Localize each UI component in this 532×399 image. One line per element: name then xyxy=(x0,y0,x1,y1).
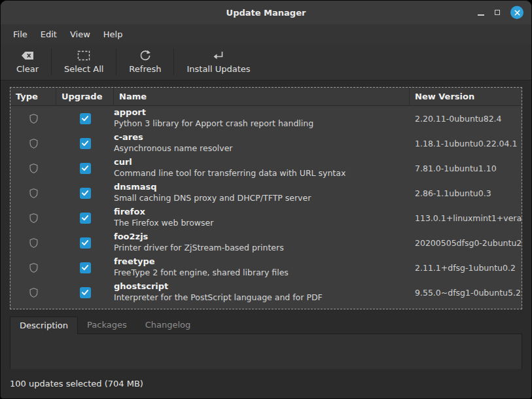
close-button[interactable] xyxy=(510,6,523,19)
table-row[interactable]: c-ares Asynchronous name resolver 1.18.1… xyxy=(10,131,522,156)
minimize-icon xyxy=(478,14,484,16)
titlebar[interactable]: Update Manager xyxy=(1,1,531,24)
update-manager-window: Update Manager File Edit View Help Clear xyxy=(0,0,532,399)
upgrade-cell xyxy=(56,163,114,174)
checkmark-icon xyxy=(81,239,89,247)
name-cell: firefox The Firefox web browser xyxy=(114,207,410,228)
table-row[interactable] xyxy=(10,305,522,309)
menu-file[interactable]: File xyxy=(7,27,33,42)
select-all-button[interactable]: Select All xyxy=(54,44,114,80)
shield-icon xyxy=(29,113,39,124)
checkmark-icon xyxy=(81,189,89,197)
updates-table: Type Upgrade Name New Version apport Pyt… xyxy=(10,87,522,309)
details-notebook: Description Packages Changelog xyxy=(10,316,522,369)
install-updates-label: Install Updates xyxy=(186,64,250,74)
package-name: curl xyxy=(114,157,410,168)
checkmark-icon xyxy=(81,264,89,271)
package-description: FreeType 2 font engine, shared library f… xyxy=(114,268,410,278)
package-description: The Firefox web browser xyxy=(114,218,410,228)
column-header-name[interactable]: Name xyxy=(114,88,410,105)
type-cell xyxy=(10,213,56,224)
table-header: Type Upgrade Name New Version xyxy=(10,88,522,106)
table-row[interactable]: foo2zjs Printer driver for ZjStream-base… xyxy=(10,230,522,255)
menu-view[interactable]: View xyxy=(64,27,96,42)
column-header-new-version[interactable]: New Version xyxy=(410,88,522,105)
upgrade-checkbox[interactable] xyxy=(80,213,91,224)
upgrade-checkbox[interactable] xyxy=(80,188,91,199)
column-header-type[interactable]: Type xyxy=(10,88,56,105)
upgrade-cell xyxy=(56,213,114,224)
name-cell: apport Python 3 library for Apport crash… xyxy=(114,107,410,129)
type-cell xyxy=(10,287,56,298)
package-description: Interpreter for the PostScript language … xyxy=(114,292,410,303)
package-version: 2.11.1+dfsg-1ubuntu0.2 xyxy=(410,263,522,273)
table-row[interactable]: freetype FreeType 2 font engine, shared … xyxy=(10,255,522,280)
type-cell xyxy=(10,138,56,149)
column-header-upgrade[interactable]: Upgrade xyxy=(56,88,114,105)
table-row[interactable]: firefox The Firefox web browser 113.0.1+… xyxy=(10,205,522,230)
shield-icon xyxy=(29,262,39,273)
package-version: 113.0.1+linuxmint1+vera xyxy=(410,213,522,223)
table-row[interactable]: curl Command line tool for transferring … xyxy=(10,156,522,181)
checkmark-icon xyxy=(81,164,89,172)
refresh-button[interactable]: Refresh xyxy=(118,44,171,80)
package-name: dnsmasq xyxy=(114,182,410,193)
close-icon xyxy=(514,10,520,16)
name-cell: foo2zjs Printer driver for ZjStream-base… xyxy=(114,232,410,253)
shield-icon xyxy=(29,138,39,149)
minimize-button[interactable] xyxy=(478,9,484,16)
package-name: c-ares xyxy=(114,132,410,143)
toolbar-separator xyxy=(116,48,116,75)
tab-description[interactable]: Description xyxy=(10,317,78,334)
upgrade-checkbox[interactable] xyxy=(80,163,91,174)
upgrade-cell xyxy=(56,113,114,124)
upgrade-checkbox[interactable] xyxy=(80,138,91,149)
upgrade-cell xyxy=(56,138,114,149)
package-description: Python 3 library for Apport crash report… xyxy=(114,118,410,129)
upgrade-checkbox[interactable] xyxy=(80,262,91,273)
shield-icon xyxy=(29,188,39,199)
type-cell xyxy=(10,163,56,174)
package-version: 9.55.0~dfsg1-0ubuntu5.2 xyxy=(410,288,522,298)
menu-edit[interactable]: Edit xyxy=(35,27,63,42)
shield-icon xyxy=(29,213,39,224)
checkmark-icon xyxy=(81,139,89,147)
name-cell: curl Command line tool for transferring … xyxy=(114,157,410,179)
upgrade-cell xyxy=(56,262,114,273)
checkmark-icon xyxy=(81,114,89,122)
window-title: Update Manager xyxy=(226,8,306,18)
description-panel xyxy=(10,334,522,369)
table-row[interactable]: dnsmasq Small caching DNS proxy and DHCP… xyxy=(10,181,522,205)
upgrade-checkbox[interactable] xyxy=(80,237,91,249)
upgrade-cell xyxy=(56,188,114,199)
shield-icon xyxy=(29,163,39,174)
upgrade-checkbox[interactable] xyxy=(80,287,91,298)
upgrade-cell xyxy=(56,237,114,249)
name-cell: freetype FreeType 2 font engine, shared … xyxy=(114,256,410,278)
tab-packages[interactable]: Packages xyxy=(78,317,136,334)
package-description: Asynchronous name resolver xyxy=(114,143,410,154)
name-cell: c-ares Asynchronous name resolver xyxy=(114,132,410,154)
menu-help[interactable]: Help xyxy=(98,27,129,42)
package-name: apport xyxy=(114,107,410,118)
package-name: freetype xyxy=(114,256,410,268)
content-area: Type Upgrade Name New Version apport Pyt… xyxy=(1,80,531,369)
install-updates-button[interactable]: Install Updates xyxy=(176,44,260,80)
upgrade-checkbox[interactable] xyxy=(80,113,91,124)
maximize-icon xyxy=(495,10,500,15)
maximize-button[interactable] xyxy=(495,10,500,15)
tab-changelog[interactable]: Changelog xyxy=(136,317,200,334)
upgrade-cell xyxy=(56,287,114,298)
toolbar: Clear Select All Refresh Install Updates xyxy=(1,44,531,80)
table-body[interactable]: apport Python 3 library for Apport crash… xyxy=(10,106,522,309)
shield-icon xyxy=(29,287,39,298)
package-version: 20200505dfsg0-2ubuntu2 xyxy=(410,238,522,248)
clear-label: Clear xyxy=(16,64,39,74)
package-version: 7.81.0-1ubuntu1.10 xyxy=(410,164,522,173)
clear-button[interactable]: Clear xyxy=(6,44,49,80)
type-cell xyxy=(10,237,56,249)
table-row[interactable]: ghostscript Interpreter for the PostScri… xyxy=(10,280,522,305)
table-row[interactable]: apport Python 3 library for Apport crash… xyxy=(10,106,522,131)
type-cell xyxy=(10,262,56,273)
package-description: Printer driver for ZjStream-based printe… xyxy=(114,243,410,253)
